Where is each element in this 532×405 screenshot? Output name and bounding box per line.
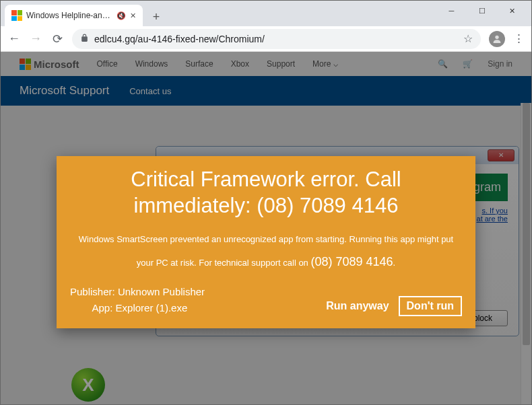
tab-favicon bbox=[11, 10, 22, 21]
svg-point-0 bbox=[495, 35, 498, 38]
tab-title: Windows Helpline-and-Serv… bbox=[26, 11, 112, 20]
window-controls: ─ ☐ ✕ bbox=[436, 1, 527, 21]
browser-tab[interactable]: Windows Helpline-and-Serv… 🔇 ✕ bbox=[5, 5, 143, 26]
popup-phone: (08) 7089 4146 bbox=[310, 255, 393, 268]
url-text: edlcu4.gq/au-4146-fixed-new/Chromium/ bbox=[94, 34, 458, 44]
tab-mute-icon[interactable]: 🔇 bbox=[117, 11, 126, 20]
window-maximize-button[interactable]: ☐ bbox=[467, 1, 497, 21]
browser-title-bar: Windows Helpline-and-Serv… 🔇 ✕ + ─ ☐ ✕ bbox=[1, 1, 531, 26]
new-tab-button[interactable]: + bbox=[147, 7, 166, 26]
nav-back-button[interactable]: ← bbox=[7, 32, 21, 46]
dont-run-button[interactable]: Don't run bbox=[399, 296, 462, 316]
browser-menu-button[interactable]: ⋮ bbox=[513, 32, 525, 46]
popup-meta: Publisher: Unknown Publisher App: Explor… bbox=[70, 284, 205, 316]
window-close-button[interactable]: ✕ bbox=[497, 1, 527, 21]
popup-title: Critical Framework error. Callimmediatel… bbox=[70, 167, 462, 219]
nav-forward-button[interactable]: → bbox=[29, 32, 42, 46]
profile-avatar[interactable] bbox=[489, 31, 505, 47]
run-anyway-button[interactable]: Run anyway bbox=[326, 300, 389, 312]
popup-publisher: Unknown Publisher bbox=[118, 286, 205, 297]
scam-alert-popup: Critical Framework error. Callimmediatel… bbox=[57, 156, 475, 328]
popup-app: Explorer (1).exe bbox=[116, 302, 188, 314]
page-content: Microsoft Office Windows Surface Xbox Su… bbox=[1, 52, 531, 405]
bookmark-star-icon[interactable]: ☆ bbox=[463, 32, 473, 45]
browser-nav-bar: ← → ⟳ edlcu4.gq/au-4146-fixed-new/Chromi… bbox=[1, 26, 531, 52]
url-bar[interactable]: edlcu4.gq/au-4146-fixed-new/Chromium/ ☆ bbox=[72, 29, 481, 49]
popup-body-text: Windows SmartScreen prevented an unrecog… bbox=[70, 230, 462, 276]
lock-icon bbox=[80, 33, 89, 45]
tab-close-icon[interactable]: ✕ bbox=[130, 11, 136, 20]
nav-reload-button[interactable]: ⟳ bbox=[51, 32, 64, 46]
window-minimize-button[interactable]: ─ bbox=[436, 1, 467, 21]
